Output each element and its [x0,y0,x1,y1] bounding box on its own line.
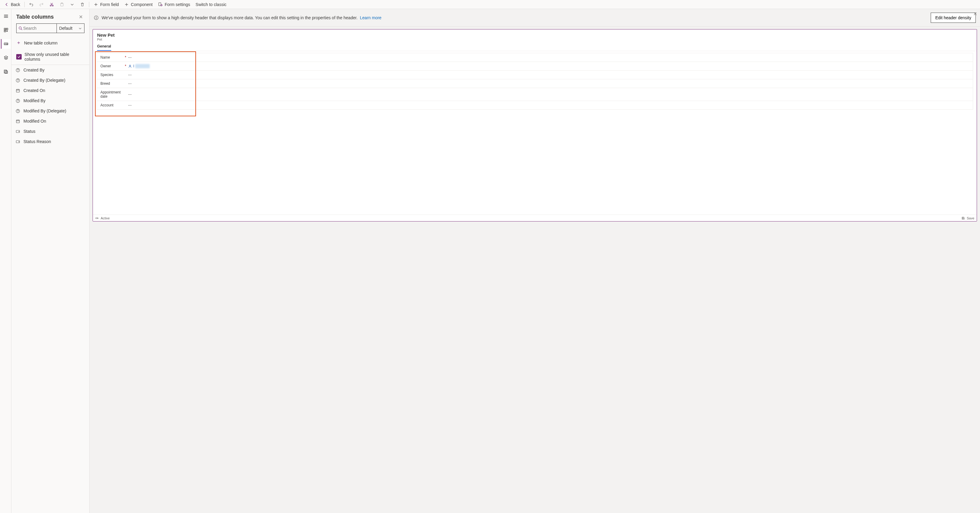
notice-link[interactable]: Learn more [360,15,382,20]
column-item[interactable]: Created By [11,65,89,75]
column-item[interactable]: Modified On [11,116,89,126]
field-value[interactable]: --- [128,81,132,86]
column-item[interactable]: Created On [11,85,89,95]
tab-general[interactable]: General [97,42,111,51]
column-label: Modified By [24,98,45,103]
column-item[interactable]: Created By (Delegate) [11,75,89,85]
svg-point-17 [18,81,18,82]
form-header[interactable]: New Pet Pet [93,29,977,42]
form-field-button[interactable]: Form field [91,1,121,8]
delete-button[interactable] [78,1,87,8]
field-value[interactable]: --- [128,73,132,77]
column-label: Status Reason [24,139,51,144]
column-label: Modified On [24,119,46,124]
filter-dropdown[interactable]: Default [57,24,84,33]
question-icon [15,98,21,103]
show-unused-toggle[interactable]: Show only unused table columns [11,49,89,65]
column-item[interactable]: Modified By [11,95,89,106]
field-value[interactable]: --- [128,55,132,59]
panel-close-button[interactable] [77,13,84,21]
svg-point-20 [18,102,18,102]
undo-icon [29,2,34,7]
left-rail: Abc [0,9,11,513]
column-item[interactable]: Status Reason [11,137,89,147]
form-title: New Pet [97,32,972,38]
form-field-row[interactable]: Appointment date--- [97,88,973,101]
new-column-button[interactable]: ＋ New table column [11,37,89,49]
save-icon[interactable] [961,216,965,220]
form-tabs: General [93,42,977,51]
rail-components-button[interactable] [1,25,11,35]
question-icon [15,67,21,73]
svg-point-27 [96,16,97,17]
trash-icon [80,2,85,7]
svg-point-15 [18,71,18,71]
form-subtitle: Pet [97,38,972,41]
column-label: Created By [24,68,45,72]
close-icon [79,15,83,19]
plus-icon [94,2,98,7]
search-input[interactable] [22,25,55,31]
status-text: Active [101,216,110,220]
column-list: Created ByCreated By (Delegate)Created O… [11,65,89,147]
column-item[interactable]: Modified By (Delegate) [11,106,89,116]
redo-button[interactable] [37,1,46,8]
columns-panel: Table columns Default ＋ [11,9,89,513]
field-value[interactable]: --- [128,92,132,97]
dropdown-icon [15,129,21,134]
status-flow-icon[interactable] [95,216,99,220]
switch-classic-button[interactable]: Switch to classic [193,1,229,8]
svg-rect-18 [16,89,19,92]
svg-rect-23 [16,120,19,122]
form-field-row[interactable]: Account--- [97,101,973,110]
field-label: Owner [100,64,128,68]
paste-button[interactable] [57,1,67,8]
form-card[interactable]: New Pet Pet General Name---OwnerIxxSpeci… [92,29,977,221]
form-field-row[interactable]: Species--- [97,71,973,79]
notice-text: We've upgraded your form to show a high … [102,15,358,20]
field-label: Name [100,55,128,59]
rail-library-button[interactable] [1,67,11,76]
field-label: Account [100,103,128,107]
svg-rect-4 [159,3,161,6]
paste-menu-button[interactable] [67,1,77,8]
field-value[interactable]: Ixx [128,64,150,68]
form-field-row[interactable]: Breed--- [97,79,973,88]
back-button[interactable]: Back [2,1,22,8]
redo-icon [39,2,44,7]
form-field-row[interactable]: Name--- [97,53,973,62]
library-icon [3,69,8,74]
component-button[interactable]: Component [122,1,155,8]
back-label: Back [11,2,20,7]
edit-header-density-button[interactable]: Edit header density [931,13,976,23]
undo-button[interactable] [27,1,36,8]
separator [24,2,25,7]
svg-point-28 [129,65,130,66]
dropdown-icon [15,139,21,144]
new-column-label: New table column [24,41,57,45]
grid-plus-icon [3,28,8,32]
save-label[interactable]: Save [967,216,974,220]
rail-columns-button[interactable]: Abc [1,39,11,49]
form-field-row[interactable]: OwnerIxx [97,62,973,71]
calendar-icon [15,118,21,124]
cut-button[interactable] [47,1,57,8]
question-icon [15,108,21,114]
separator [89,2,89,7]
rail-menu-button[interactable] [1,11,11,21]
plus-icon [124,2,129,7]
layers-icon [3,55,8,60]
back-arrow-icon [4,2,9,7]
column-item[interactable]: Status [11,126,89,137]
form-field-label: Form field [100,2,119,7]
canvas: We've upgraded your form to show a high … [89,9,980,513]
form-settings-button[interactable]: Form settings [156,1,193,8]
rail-tree-button[interactable] [1,53,11,62]
search-box[interactable] [16,24,57,33]
form-section[interactable]: Name---OwnerIxxSpecies---Breed---Appoint… [97,53,973,110]
paste-icon [59,2,64,7]
svg-rect-7 [6,28,8,30]
notice-close-button[interactable] [974,12,977,16]
field-value[interactable]: --- [128,103,132,107]
form-settings-label: Form settings [165,2,190,7]
